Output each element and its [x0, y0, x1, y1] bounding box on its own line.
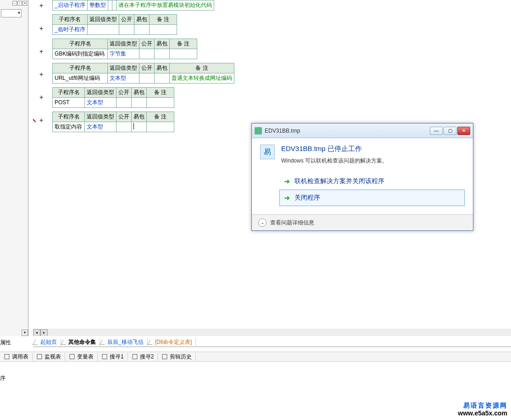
sub-public-cell[interactable] [139, 73, 155, 83]
sub-remark-cell[interactable] [147, 122, 174, 132]
sub-public-cell[interactable] [108, 0, 112, 10]
sub-pkg-cell[interactable] [155, 73, 170, 83]
subroutine-header-row: 子程序名返回值类型公开易包备 注取指定内容文本型 [52, 112, 174, 132]
sub-public-cell[interactable] [139, 49, 155, 59]
option-label: 关闭程序 [294, 194, 320, 202]
editor-tab[interactable]: 辰辰_移动飞信 [100, 338, 148, 346]
scroll-left-icon[interactable]: ◂ [33, 329, 40, 336]
clip-icon [161, 353, 168, 360]
sub-remark-cell[interactable]: 请在本子程序中放置易模块初始化代码 [116, 0, 214, 10]
sub-public-cell[interactable] [117, 122, 132, 132]
find-icon [132, 353, 138, 360]
sub-pkg-cell[interactable] [134, 24, 149, 34]
panel-close-icon[interactable]: × [22, 1, 27, 6]
expand-icon[interactable]: + [39, 2, 43, 9]
close-program-option[interactable]: ➔ 关闭程序 [279, 190, 465, 206]
col-name: 子程序名 [53, 39, 108, 49]
col-pkg: 易包 [155, 39, 170, 49]
find-icon [101, 353, 108, 360]
sub-remark-cell[interactable]: 普通文本转换成网址编码 [170, 73, 234, 83]
toolbar-item-find[interactable]: 搜寻1 [98, 353, 128, 361]
sub-remark-cell[interactable] [149, 24, 177, 34]
sub-name-cell[interactable]: _启动子程序 [53, 0, 88, 10]
sub-name-cell[interactable]: _临时子程序 [53, 24, 88, 34]
expand-icon[interactable]: + [39, 25, 43, 32]
panel-pin-icon[interactable]: ▫ [17, 1, 22, 6]
sub-remark-cell[interactable] [170, 49, 197, 59]
sub-public-cell[interactable] [117, 97, 132, 107]
minimize-button[interactable]: — [430, 127, 443, 135]
details-label[interactable]: 查看问题详细信息 [270, 219, 314, 227]
editor-tab[interactable]: 起始页 [33, 338, 61, 346]
panel-min-icon[interactable]: – [12, 1, 17, 6]
sub-pkg-cell[interactable] [112, 0, 116, 10]
sub-return-cell[interactable] [87, 24, 119, 34]
sub-name-cell[interactable]: 取指定内容 [53, 122, 85, 132]
watermark-cn: 易语言资源网 [458, 402, 507, 409]
expand-icon[interactable]: + [39, 71, 43, 78]
horizontal-scrollbar[interactable]: ◂▸ [33, 329, 511, 336]
scroll-right-icon[interactable]: ▸ [40, 329, 48, 336]
object-dropdown[interactable] [1, 9, 22, 17]
maximize-button[interactable]: ▢ [444, 127, 456, 135]
toolbar-label: 监视表 [44, 353, 61, 361]
toolbar-item-list[interactable]: 调用表 [0, 353, 33, 361]
subroutine-header-row: _启动子程序整数型请在本子程序中放置易模块初始化代码 [52, 0, 214, 11]
dialog-title: EDV31BB.tmp [265, 128, 429, 134]
col-pkg: 易包 [132, 87, 147, 97]
toolbar-item-find[interactable]: 搜寻2 [128, 353, 158, 361]
expand-details-icon[interactable]: ⌄ [258, 218, 267, 227]
toolbar-label: 调用表 [12, 353, 28, 361]
col-remark: 备 注 [149, 14, 177, 24]
sub-return-cell[interactable]: 文本型 [85, 122, 117, 132]
col-pkg: 易包 [132, 112, 147, 122]
subroutine-row[interactable]: URL_utf8网址编码文本型普通文本转换成网址编码 [53, 73, 234, 83]
sub-public-cell[interactable] [119, 24, 134, 34]
subroutine-row[interactable]: _启动子程序整数型请在本子程序中放置易模块初始化代码 [53, 0, 214, 10]
sub-return-cell[interactable]: 文本型 [85, 97, 117, 107]
editor-tab[interactable]: 其他命令集 [61, 338, 100, 346]
col-remark: 备 注 [147, 112, 174, 122]
svg-line-0 [33, 117, 36, 122]
sub-pkg-cell[interactable] [155, 49, 170, 59]
cursor-marker-icon [33, 117, 36, 122]
expand-icon[interactable]: + [39, 117, 43, 124]
sub-return-cell[interactable]: 字节集 [108, 49, 139, 59]
sub-pkg-cell[interactable] [132, 97, 147, 107]
svg-rect-3 [70, 354, 74, 359]
toolbar-item-search[interactable]: 监视表 [33, 353, 65, 361]
close-button[interactable]: ✕ [457, 127, 470, 135]
sub-name-cell[interactable]: GBK编码到指定编码 [53, 49, 108, 59]
expand-icon[interactable]: + [39, 48, 43, 55]
toolbar-label: 变量表 [77, 353, 94, 361]
subroutine-row[interactable]: _临时子程序 [53, 24, 177, 34]
dialog-titlebar[interactable]: EDV31BB.tmp — ▢ ✕ [252, 123, 473, 138]
check-online-option[interactable]: ➔ 联机检查解决方案并关闭该程序 [279, 173, 465, 190]
option-label: 联机检查解决方案并关闭该程序 [294, 177, 384, 185]
scroll-down-icon[interactable]: ▾ [22, 330, 28, 336]
col-return: 返回值类型 [85, 112, 117, 122]
editor-tab[interactable]: [Dll命令定义表] [148, 338, 196, 346]
bottom-toolbar: 调用表监视表变量表搜寻1搜寻2剪辑历史 [0, 352, 511, 362]
toolbar-item-clip[interactable]: 剪辑历史 [158, 353, 196, 361]
status-text: 序 [0, 375, 6, 382]
sub-pkg-cell[interactable] [132, 122, 147, 132]
gutter: + + + + + + [33, 0, 50, 336]
col-remark: 备 注 [147, 87, 174, 97]
sub-name-cell[interactable]: URL_utf8网址编码 [53, 73, 108, 83]
sub-remark-cell[interactable] [147, 97, 174, 107]
sub-return-cell[interactable]: 整数型 [87, 0, 108, 10]
toolbar-item-var[interactable]: 变量表 [65, 353, 98, 361]
svg-rect-5 [133, 354, 137, 359]
search-icon [36, 353, 43, 360]
subroutine-row[interactable]: GBK编码到指定编码字节集 [53, 49, 197, 59]
sub-return-cell[interactable]: 文本型 [108, 73, 139, 83]
expand-icon[interactable]: + [39, 94, 43, 101]
subroutine-row[interactable]: 取指定内容文本型 [53, 122, 174, 132]
subroutine-header-row: 子程序名返回值类型公开易包备 注_临时子程序 [52, 14, 177, 35]
program-icon: 易 [260, 145, 275, 159]
left-panel: – ▫ × ▾ [0, 0, 28, 336]
col-name: 子程序名 [53, 112, 85, 122]
sub-name-cell[interactable]: POST [53, 97, 85, 107]
subroutine-row[interactable]: POST文本型 [53, 97, 174, 107]
